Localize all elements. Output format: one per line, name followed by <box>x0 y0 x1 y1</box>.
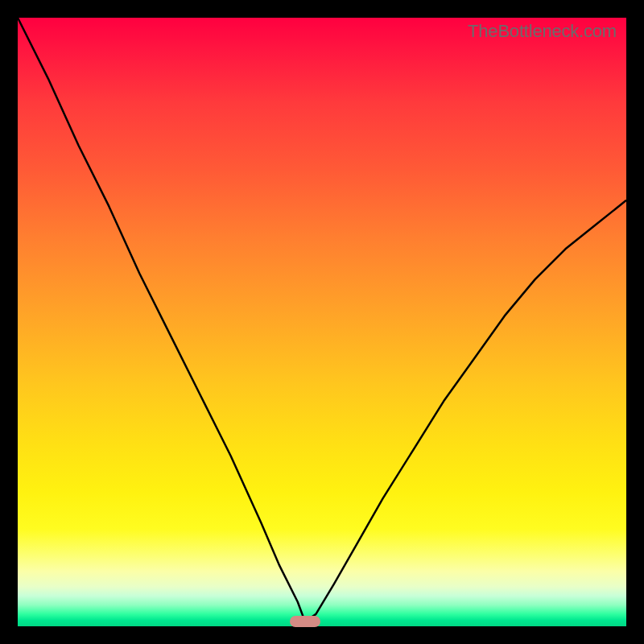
plot-area: TheBottleneck.com <box>18 18 626 626</box>
optimum-marker <box>290 616 320 627</box>
curve-path <box>18 18 626 621</box>
chart-frame: TheBottleneck.com <box>0 0 644 644</box>
bottleneck-curve <box>18 18 626 626</box>
